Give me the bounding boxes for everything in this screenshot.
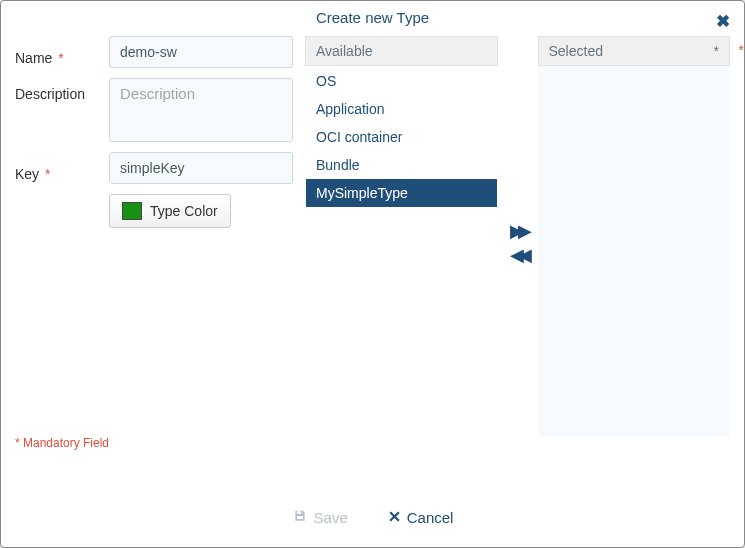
- selected-header-text: Selected: [549, 43, 603, 59]
- picklist-controls: ▶▶ ◀◀: [510, 36, 526, 450]
- selected-header: Selected *: [538, 36, 731, 66]
- save-button[interactable]: Save: [292, 509, 348, 526]
- description-input[interactable]: [109, 78, 293, 142]
- key-input[interactable]: [109, 152, 293, 184]
- dialog-title: Create new Type: [1, 1, 744, 36]
- selected-column: Selected * *: [538, 36, 731, 450]
- close-icon[interactable]: ✖: [716, 11, 730, 32]
- name-row: Name *: [15, 36, 305, 68]
- cancel-label: Cancel: [407, 509, 454, 526]
- move-right-icon[interactable]: ▶▶: [510, 222, 526, 240]
- color-swatch-icon: [122, 202, 142, 220]
- list-item[interactable]: OS: [306, 67, 497, 95]
- available-header: Available: [305, 36, 498, 66]
- list-item[interactable]: MySimpleType: [306, 179, 497, 207]
- create-type-dialog: Create new Type ✖ Name * Description Key…: [0, 0, 745, 548]
- list-item[interactable]: OCI container: [306, 123, 497, 151]
- required-marker: *: [739, 42, 744, 58]
- description-label: Description: [15, 78, 109, 142]
- cancel-icon: [388, 509, 401, 526]
- form-pane: Name * Description Key * Type Color: [15, 36, 305, 450]
- list-item[interactable]: Application: [306, 95, 497, 123]
- list-item[interactable]: Bundle: [306, 151, 497, 179]
- dialog-footer: Save Cancel: [1, 487, 744, 547]
- required-marker: *: [45, 166, 50, 182]
- type-color-button[interactable]: Type Color: [109, 194, 231, 228]
- selected-list[interactable]: [538, 66, 731, 436]
- mandatory-field-note: * Mandatory Field: [15, 436, 109, 450]
- key-label-text: Key: [15, 166, 39, 182]
- key-row: Key *: [15, 152, 305, 184]
- save-label: Save: [314, 509, 348, 526]
- required-marker: *: [58, 50, 63, 66]
- name-label: Name *: [15, 36, 109, 68]
- available-list[interactable]: OSApplicationOCI containerBundleMySimple…: [305, 66, 498, 436]
- description-row: Description: [15, 78, 305, 142]
- name-label-text: Name: [15, 50, 52, 66]
- available-column: Available OSApplicationOCI containerBund…: [305, 36, 498, 450]
- name-input[interactable]: [109, 36, 293, 68]
- move-left-icon[interactable]: ◀◀: [510, 246, 526, 264]
- dialog-body: Name * Description Key * Type Color: [1, 36, 744, 450]
- type-color-label: Type Color: [150, 203, 218, 219]
- picklist: Available OSApplicationOCI containerBund…: [305, 36, 730, 450]
- key-label: Key *: [15, 152, 109, 184]
- selected-header-asterisk: *: [714, 43, 719, 59]
- save-icon: [292, 509, 308, 526]
- cancel-button[interactable]: Cancel: [388, 509, 454, 526]
